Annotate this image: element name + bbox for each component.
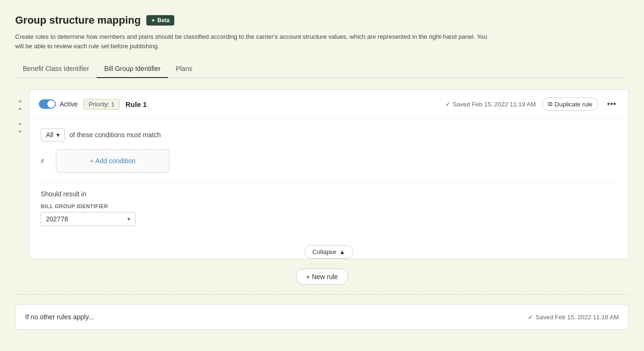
all-dropdown[interactable]: All ▾ (41, 128, 65, 141)
bill-group-select[interactable]: 202778 ▾ (41, 212, 135, 226)
chevron-up-icon: ▲ (339, 248, 345, 255)
toggle-container: Active (39, 99, 78, 109)
select-arrow-icon: ▾ (127, 216, 130, 222)
toggle-label: Active (60, 100, 78, 108)
check-icon: ✓ (445, 101, 450, 108)
add-condition-label: + Add condition (90, 157, 135, 165)
fallback-saved-text: Saved Feb 15, 2022 11:18 AM (536, 314, 619, 321)
fallback-check-icon: ✓ (528, 314, 533, 321)
bill-group-value: 202778 (46, 215, 68, 223)
beta-badge: Beta (146, 15, 174, 26)
more-options-button[interactable]: ••• (604, 98, 619, 110)
new-rule-label: + New rule (306, 273, 338, 281)
section-divider-2 (15, 294, 629, 295)
collapse-btn-container: Collapse ▲ (29, 245, 628, 259)
condition-row: if + Add condition (41, 149, 617, 173)
collapse-label: Collapse (313, 248, 337, 255)
fallback-card: If no other rules apply... ✓ Saved Feb 1… (15, 304, 629, 330)
duplicate-rule-button[interactable]: ⧉ Duplicate rule (542, 97, 599, 111)
rule-card: Active Priority: 1 Rule 1 ✓ Saved Feb 15… (29, 89, 629, 259)
copy-icon: ⧉ (548, 100, 552, 108)
tab-plans[interactable]: Plans (168, 60, 200, 78)
duplicate-label: Duplicate rule (555, 101, 593, 108)
fallback-saved-indicator: ✓ Saved Feb 15, 2022 11:18 AM (528, 314, 619, 321)
field-label: BILL GROUP IDENTIFIER (41, 203, 617, 209)
should-result-label: Should result in (41, 190, 617, 198)
condition-header: All ▾ of these conditions must match (41, 128, 617, 141)
rule-header-actions: ✓ Saved Feb 15, 2022 11:19 AM ⧉ Duplicat… (445, 97, 619, 111)
section-divider (41, 182, 617, 183)
main-content: ⌃⌃ ⌄⌄ Active Priority: 1 Rule 1 ✓ Saved … (15, 89, 629, 259)
reorder-up-button[interactable]: ⌃⌃ (15, 99, 25, 116)
if-label: if (41, 158, 50, 165)
condition-text: of these conditions must match (70, 131, 161, 139)
rule-header: Active Priority: 1 Rule 1 ✓ Saved Feb 15… (29, 90, 628, 119)
page-header: Group structure mapping Beta (15, 14, 629, 26)
add-condition-button[interactable]: + Add condition (56, 149, 170, 173)
new-rule-button[interactable]: + New rule (296, 269, 348, 285)
rule-name: Rule 1 (125, 100, 147, 108)
priority-badge: Priority: 1 (83, 99, 120, 110)
should-result-section: Should result in BILL GROUP IDENTIFIER 2… (41, 182, 617, 226)
all-label: All (46, 131, 54, 139)
page-description: Create rules to determine how members an… (15, 32, 489, 51)
reorder-down-button[interactable]: ⌄⌄ (15, 118, 25, 135)
saved-indicator: ✓ Saved Feb 15, 2022 11:19 AM (445, 101, 536, 108)
fallback-text: If no other rules apply... (25, 313, 94, 321)
tabs-container: Benefit Class Identifier Bill Group Iden… (15, 60, 629, 78)
page-title: Group structure mapping (15, 14, 141, 26)
tab-benefit-class[interactable]: Benefit Class Identifier (15, 60, 97, 78)
saved-text: Saved Feb 15, 2022 11:19 AM (453, 101, 536, 108)
tab-bill-group[interactable]: Bill Group Identifier (97, 60, 168, 78)
reorder-controls: ⌃⌃ ⌄⌄ (15, 89, 25, 135)
active-toggle[interactable] (39, 99, 56, 109)
collapse-button[interactable]: Collapse ▲ (304, 245, 353, 259)
new-rule-container: + New rule (15, 269, 629, 285)
rule-body: All ▾ of these conditions must match if … (29, 119, 628, 236)
dropdown-arrow: ▾ (56, 131, 60, 139)
